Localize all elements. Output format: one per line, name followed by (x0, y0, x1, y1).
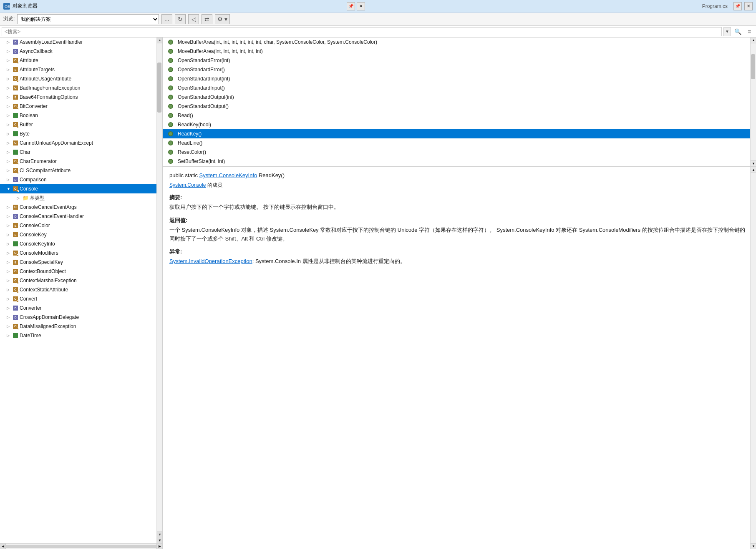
tree-item-console-special-key[interactable]: ▷ E ConsoleSpecialKey (0, 258, 162, 267)
expand-icon[interactable]: ▷ (7, 324, 13, 328)
expand-icon[interactable]: ▷ (7, 58, 13, 63)
left-bottom-arrow[interactable]: ▼ (157, 537, 162, 543)
refresh-button[interactable]: ↻ (175, 14, 186, 24)
expand-icon[interactable]: ▷ (7, 306, 13, 310)
member-item-read-key-bool[interactable]: ReadKey(bool) (163, 120, 756, 129)
search-dropdown-button[interactable]: ▼ (723, 27, 731, 36)
tree-item-char[interactable]: ▷ Char (0, 148, 162, 157)
member-item-move-buffer-area-1[interactable]: MoveBufferArea(int, int, int, int, int, … (163, 38, 756, 47)
expand-icon[interactable]: ▷ (7, 178, 13, 182)
expand-icon[interactable]: ▷ (7, 150, 13, 154)
expand-icon[interactable]: ▷ (7, 214, 13, 218)
expand-icon[interactable]: ▷ (7, 269, 13, 273)
member-item-move-buffer-area-2[interactable]: MoveBufferArea(int, int, int, int, int, … (163, 47, 756, 56)
expand-icon[interactable]: ▷ (7, 40, 13, 44)
expand-icon[interactable]: ▷ (7, 288, 13, 292)
tree-item-cannot-unload[interactable]: ▷ C CannotUnloadAppDomainExcept (0, 138, 162, 148)
members-scroll-up[interactable]: ▲ (751, 38, 756, 43)
member-of-link[interactable]: System.Console (169, 182, 206, 188)
left-hscroll-right[interactable]: ▶ (156, 544, 162, 549)
tree-item-cls-compliant[interactable]: ▷ C CLSCompliantAttribute (0, 166, 162, 175)
expand-icon[interactable]: ▷ (7, 333, 13, 338)
tree-item-context-marshal[interactable]: ▷ C ContextMarshalException (0, 276, 162, 285)
tree-item-convert[interactable]: ▷ C Convert (0, 294, 162, 303)
member-item-open-standard-input-1[interactable]: OpenStandardInput(int) (163, 74, 756, 83)
close-button[interactable]: ✕ (357, 2, 365, 10)
tree-item-console-base[interactable]: ▷ 📁 基类型 (0, 193, 162, 203)
expand-icon[interactable]: ▷ (7, 233, 13, 237)
tree-item-console-cancel-args[interactable]: ▷ C ConsoleCancelEventArgs (0, 203, 162, 212)
expand-icon[interactable]: ▷ (7, 315, 13, 319)
filter-button[interactable]: ≡ (744, 27, 754, 36)
tree-item-attribute[interactable]: ▷ C Attribute (0, 56, 162, 65)
member-item-read-line[interactable]: ReadLine() (163, 138, 756, 148)
member-item-open-standard-input-2[interactable]: OpenStandardInput() (163, 83, 756, 93)
tree-item-byte[interactable]: ▷ Byte (0, 129, 162, 138)
expand-icon[interactable]: ▷ (7, 49, 13, 53)
pin-button[interactable]: 📌 (347, 2, 355, 10)
expand-icon[interactable]: ▷ (7, 113, 13, 118)
member-item-open-standard-error-1[interactable]: OpenStandardError(int) (163, 56, 756, 65)
tree-item-console-modifiers[interactable]: ▷ C ConsoleModifiers (0, 248, 162, 258)
expand-icon[interactable]: ▷ (17, 196, 23, 200)
member-item-open-standard-output-2[interactable]: OpenStandardOutput() (163, 102, 756, 111)
browse-dropdown[interactable]: 我的解决方案 (17, 14, 159, 24)
expand-icon[interactable]: ▷ (7, 205, 13, 209)
back-button[interactable]: ◁ (188, 14, 199, 24)
desc-scroll-down[interactable]: ▼ (751, 543, 756, 549)
member-item-read[interactable]: Read() (163, 111, 756, 120)
left-hscrollbar[interactable] (6, 545, 156, 548)
ellipsis-button[interactable]: ... (161, 14, 172, 24)
expand-icon[interactable]: ▷ (7, 242, 13, 246)
tree-item-bit-converter[interactable]: ▷ C BitConverter (0, 102, 162, 111)
member-item-reset-color[interactable]: ResetColor() (163, 148, 756, 157)
expand-icon[interactable]: ▷ (7, 159, 13, 163)
expand-icon[interactable]: ▼ (7, 187, 13, 191)
expand-icon[interactable]: ▷ (7, 123, 13, 127)
tree-item-boolean[interactable]: ▷ Boolean (0, 111, 162, 120)
sync-button[interactable]: ⇄ (202, 14, 212, 24)
tree-item-context-bound[interactable]: ▷ C ContextBoundObject (0, 267, 162, 276)
member-item-open-standard-error-2[interactable]: OpenStandardError() (163, 65, 756, 74)
members-scroll-down[interactable]: ▼ (751, 160, 756, 166)
expand-icon[interactable]: ▷ (7, 86, 13, 90)
left-scroll-up-arrow[interactable]: ▲ (157, 38, 162, 43)
tree-item-console-color[interactable]: ▷ E ConsoleColor (0, 221, 162, 230)
expand-icon[interactable]: ▷ (7, 77, 13, 81)
expand-icon[interactable]: ▷ (7, 251, 13, 255)
settings-button[interactable]: ⚙ ▾ (215, 14, 230, 24)
expand-icon[interactable]: ▷ (7, 95, 13, 99)
members-scroll-thumb[interactable] (751, 54, 755, 79)
tree-item-cross-app-domain[interactable]: ▷ D CrossAppDomainDelegate (0, 313, 162, 322)
tree-item-date-time[interactable]: ▷ DateTime (0, 331, 162, 340)
tree-item-converter[interactable]: ▷ D Converter (0, 303, 162, 313)
expand-icon[interactable]: ▷ (7, 297, 13, 301)
expand-icon[interactable]: ▷ (7, 260, 13, 264)
expand-icon[interactable]: ▷ (7, 68, 13, 72)
tree-item-console[interactable]: ▼ C Console (0, 184, 162, 193)
member-item-read-key[interactable]: ReadKey() (163, 129, 756, 138)
tree-item-context-static[interactable]: ▷ C ContextStaticAttribute (0, 285, 162, 294)
expand-icon[interactable]: ▷ (7, 132, 13, 136)
tree-item-attribute-targets[interactable]: ▷ E AttributeTargets (0, 65, 162, 74)
tree-item-console-key-info[interactable]: ▷ ConsoleKeyInfo (0, 239, 162, 248)
search-button[interactable]: 🔍 (733, 27, 743, 36)
left-hscroll-left[interactable]: ◀ (0, 544, 6, 549)
desc-scroll-up[interactable]: ▲ (751, 167, 756, 173)
tree-item-attribute-usage[interactable]: ▷ C AttributeUsageAttribute (0, 74, 162, 83)
tree-item-async-callback[interactable]: ▷ D AsyncCallback (0, 47, 162, 56)
expand-icon[interactable]: ▷ (7, 223, 13, 228)
member-item-open-standard-output-1[interactable]: OpenStandardOutput(int) (163, 93, 756, 102)
search-input[interactable] (2, 27, 722, 36)
signature-type-link[interactable]: System.ConsoleKeyInfo (199, 172, 257, 178)
member-item-set-buffer-size[interactable]: SetBufferSize(int, int) (163, 157, 756, 166)
tree-item-data-misaligned[interactable]: ▷ C DataMisalignedException (0, 322, 162, 331)
tree-item-base64[interactable]: ▷ E Base64FormattingOptions (0, 93, 162, 102)
expand-icon[interactable]: ▷ (7, 104, 13, 108)
tree-item-console-cancel-handler[interactable]: ▷ D ConsoleCancelEventHandler (0, 212, 162, 221)
left-vscroll-thumb[interactable] (157, 63, 161, 113)
tree-item-char-enumerator[interactable]: ▷ C CharEnumerator (0, 157, 162, 166)
tree-item-buffer[interactable]: ▷ C Buffer (0, 120, 162, 129)
tree-item-bad-image[interactable]: ▷ C BadImageFormatException (0, 83, 162, 93)
tab-close-button[interactable]: ✕ (744, 2, 753, 10)
